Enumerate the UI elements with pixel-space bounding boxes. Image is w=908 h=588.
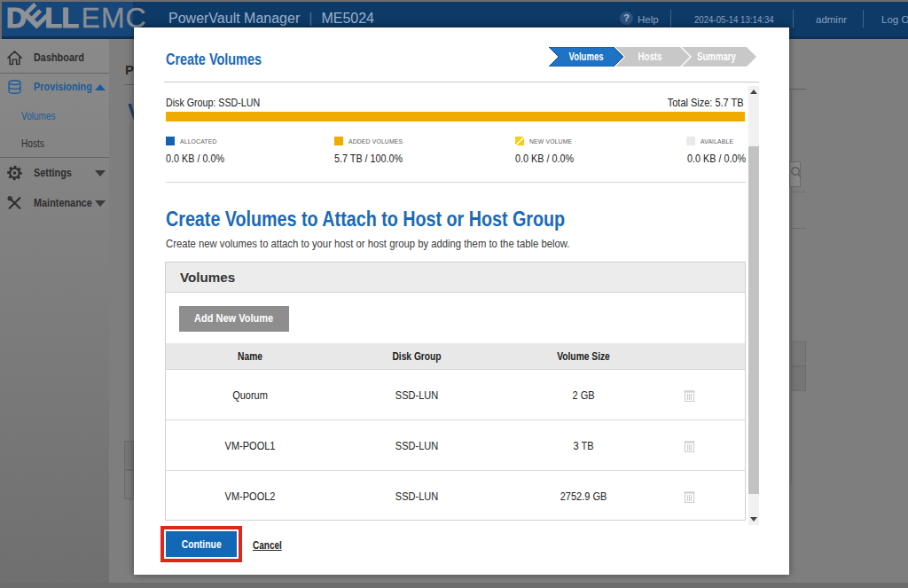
svg-text:Hosts: Hosts [638, 51, 662, 63]
svg-text:Volumes: Volumes [569, 51, 604, 63]
svg-text:Summary: Summary [697, 51, 736, 63]
